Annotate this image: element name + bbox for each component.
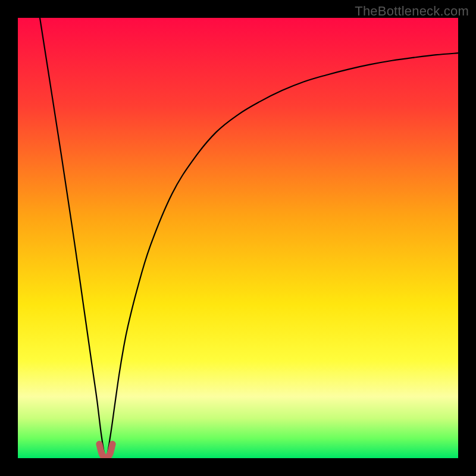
bottleneck-curve (40, 18, 458, 458)
plot-area (18, 18, 458, 458)
watermark-text: TheBottleneck.com (355, 4, 469, 19)
chart-frame: TheBottleneck.com (0, 0, 476, 476)
minimum-highlight (99, 444, 112, 458)
curve-layer (18, 18, 458, 458)
